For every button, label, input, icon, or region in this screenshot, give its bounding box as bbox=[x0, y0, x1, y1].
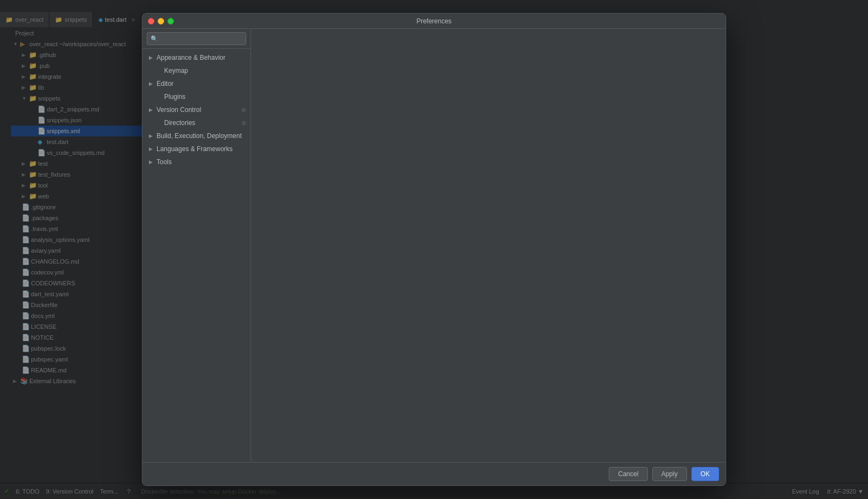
nav-item-tools[interactable]: ▶ Tools bbox=[142, 155, 251, 169]
dialog-title: Preferences bbox=[416, 17, 452, 25]
nav-item-label: Appearance & Behavior bbox=[157, 54, 226, 61]
preferences-nav: ▶ Appearance & Behavior Keymap ▶ Editor bbox=[142, 49, 251, 462]
minimize-button[interactable] bbox=[158, 18, 164, 24]
maximize-button[interactable] bbox=[167, 18, 174, 24]
dialog-titlebar: Preferences bbox=[142, 14, 726, 29]
nav-item-plugins[interactable]: Plugins bbox=[142, 90, 251, 103]
nav-item-label: Languages & Frameworks bbox=[157, 145, 233, 153]
nav-item-editor[interactable]: ▶ Editor bbox=[142, 77, 251, 90]
modal-overlay: Preferences ▶ Appearance & Behavior bbox=[0, 0, 868, 499]
cancel-button[interactable]: Cancel bbox=[609, 467, 647, 481]
nav-item-languages[interactable]: ▶ Languages & Frameworks bbox=[142, 142, 251, 155]
ok-button[interactable]: OK bbox=[691, 467, 719, 481]
nav-item-label: Keymap bbox=[157, 67, 188, 74]
search-container bbox=[142, 29, 251, 49]
nav-item-label: Plugins bbox=[157, 93, 185, 101]
dialog-bottom-bar: Cancel Apply OK bbox=[142, 462, 726, 485]
expand-arrow-build: ▶ bbox=[149, 133, 154, 139]
search-input[interactable] bbox=[147, 32, 246, 45]
expand-arrow-appearance: ▶ bbox=[149, 55, 154, 60]
dialog-left-pane: ▶ Appearance & Behavior Keymap ▶ Editor bbox=[142, 29, 251, 462]
nav-item-keymap[interactable]: Keymap bbox=[142, 64, 251, 77]
traffic-lights bbox=[148, 18, 174, 24]
close-button[interactable] bbox=[148, 18, 154, 24]
expand-arrow-langs: ▶ bbox=[149, 146, 154, 152]
expand-arrow-vc: ▶ bbox=[149, 107, 154, 113]
preferences-dialog: Preferences ▶ Appearance & Behavior bbox=[142, 13, 726, 486]
expand-arrow-tools: ▶ bbox=[149, 159, 154, 165]
nav-item-label: Version Control bbox=[157, 106, 201, 114]
nav-item-version-control[interactable]: ▶ Version Control ⚙ bbox=[142, 103, 251, 116]
cursor-position bbox=[398, 154, 402, 160]
nav-item-label: Tools bbox=[157, 158, 172, 166]
nav-item-build[interactable]: ▶ Build, Execution, Deployment bbox=[142, 129, 251, 142]
apply-button[interactable]: Apply bbox=[652, 467, 687, 481]
nav-item-directories[interactable]: Directories ⚙ bbox=[142, 116, 251, 129]
nav-item-appearance[interactable]: ▶ Appearance & Behavior bbox=[142, 51, 251, 64]
settings-icon-dirs: ⚙ bbox=[241, 120, 246, 126]
settings-icon-vc: ⚙ bbox=[241, 107, 246, 113]
dialog-right-pane bbox=[251, 29, 726, 462]
nav-item-label: Build, Execution, Deployment bbox=[157, 132, 242, 140]
nav-item-label: Editor bbox=[157, 80, 173, 88]
expand-arrow-editor: ▶ bbox=[149, 81, 154, 86]
nav-item-label: Directories bbox=[157, 119, 195, 127]
dialog-body: ▶ Appearance & Behavior Keymap ▶ Editor bbox=[142, 29, 726, 462]
